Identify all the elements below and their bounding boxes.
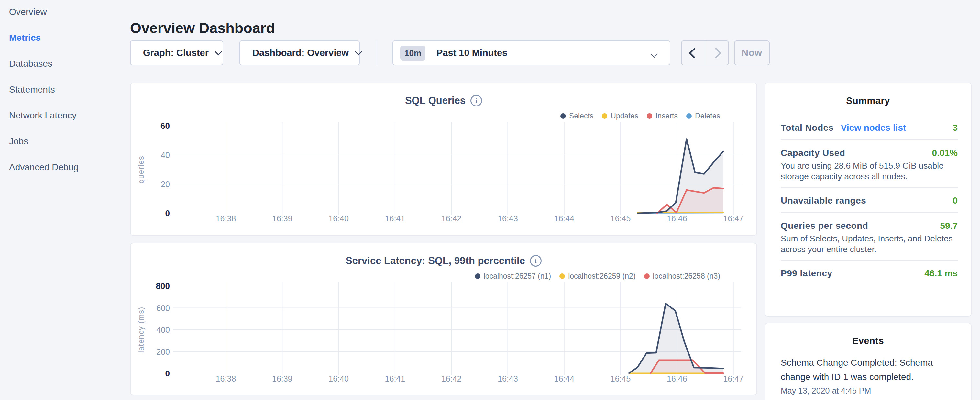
svg-text:16:41: 16:41 [385, 214, 406, 223]
svg-text:60: 60 [161, 121, 170, 131]
summary-row-label: Queries per second [781, 221, 868, 231]
svg-text:16:41: 16:41 [385, 374, 406, 383]
svg-text:16:45: 16:45 [611, 214, 631, 223]
svg-text:200: 200 [156, 347, 170, 356]
summary-row-label: Capacity Used [781, 148, 845, 158]
summary-row-value: 0.01% [932, 148, 958, 158]
event-text: Schema Change Completed: Schema change w… [781, 356, 957, 384]
sql-queries-chart-plot[interactable]: 020406016:3816:3916:4016:4116:4216:4316:… [131, 83, 756, 235]
view-nodes-list-link[interactable]: View nodes list [841, 123, 906, 133]
summary-row-total-nodes: Total NodesView nodes list3 [781, 121, 958, 134]
service-latency-chart-plot[interactable]: 020040060080016:3816:3916:4016:4116:4216… [131, 243, 756, 395]
summary-row-description: You are using 28.6 MiB of 515.9 GiB usab… [781, 161, 958, 182]
svg-text:16:38: 16:38 [216, 214, 236, 223]
svg-text:16:44: 16:44 [554, 374, 574, 383]
svg-text:40: 40 [161, 150, 170, 159]
svg-text:16:40: 16:40 [328, 374, 349, 383]
summary-row-value: 3 [953, 123, 958, 133]
svg-text:16:45: 16:45 [611, 374, 631, 383]
svg-text:20: 20 [161, 180, 170, 189]
time-range-label: Past 10 Minutes [436, 48, 507, 58]
summary-row-p99-latency: P99 latency46.1 ms [781, 267, 958, 280]
graph-scope-dropdown-label: Graph: Cluster [143, 48, 209, 58]
sql-queries-chart-card: SQL Queries i SelectsUpdatesInsertsDelet… [130, 83, 757, 236]
svg-text:16:42: 16:42 [441, 214, 462, 223]
summary-panel: Summary Total NodesView nodes list3Capac… [765, 83, 972, 317]
summary-row-queries-per-second: Queries per second59.7 [781, 220, 958, 233]
summary-divider [781, 260, 958, 261]
summary-divider [781, 139, 958, 140]
events-panel: Events Schema Change Completed: Schema c… [765, 323, 972, 400]
svg-text:0: 0 [165, 209, 170, 218]
sidebar-item-jobs[interactable]: Jobs [9, 136, 119, 147]
sidebar-item-advanced-debug[interactable]: Advanced Debug [9, 162, 119, 173]
time-window-badge: 10m [400, 46, 425, 61]
svg-text:16:43: 16:43 [498, 214, 518, 223]
service-latency-chart-card: Service Latency: SQL, 99th percentile i … [130, 243, 757, 395]
summary-divider [781, 212, 958, 213]
time-step-buttons [681, 40, 729, 65]
svg-text:16:39: 16:39 [272, 214, 293, 223]
chevron-down-icon [215, 48, 222, 55]
chevron-right-icon [711, 48, 721, 59]
chevron-down-icon [355, 48, 362, 55]
svg-text:latency (ms): latency (ms) [137, 307, 145, 353]
svg-text:16:47: 16:47 [723, 214, 743, 223]
svg-text:16:46: 16:46 [667, 374, 687, 383]
sidebar-item-overview[interactable]: Overview [9, 6, 119, 18]
svg-text:16:47: 16:47 [723, 374, 743, 383]
sidebar-nav: OverviewMetricsDatabasesStatementsNetwor… [9, 6, 119, 188]
chevron-left-icon [689, 48, 700, 59]
summary-row-capacity-used: Capacity Used0.01% [781, 147, 958, 159]
summary-row-value: 46.1 ms [924, 268, 958, 279]
time-range-dropdown[interactable]: 10m Past 10 Minutes [393, 40, 670, 65]
event-list-item[interactable]: Schema Change Completed: Schema change w… [765, 356, 971, 396]
svg-text:400: 400 [156, 325, 170, 334]
svg-text:16:42: 16:42 [441, 374, 462, 383]
chevron-down-icon [651, 51, 658, 58]
graph-scope-dropdown[interactable]: Graph: Cluster [130, 40, 223, 65]
sidebar-item-databases[interactable]: Databases [9, 58, 119, 69]
svg-text:0: 0 [165, 369, 170, 378]
summary-row-value: 59.7 [940, 221, 958, 231]
page-title: Overview Dashboard [130, 19, 275, 37]
event-timestamp: May 13, 2020 at 4:45 PM [781, 386, 957, 396]
events-list: Schema Change Completed: Schema change w… [765, 356, 971, 396]
summary-row-unavailable-ranges: Unavailable ranges0 [781, 194, 958, 207]
time-forward-button[interactable] [705, 41, 728, 65]
events-heading: Events [765, 335, 971, 346]
svg-text:16:46: 16:46 [667, 214, 687, 223]
svg-text:16:43: 16:43 [498, 374, 518, 383]
svg-text:600: 600 [156, 304, 170, 312]
dashboard-dropdown-label: Dashboard: Overview [252, 48, 349, 58]
now-button[interactable]: Now [734, 40, 770, 65]
summary-row-label: Unavailable ranges [781, 196, 866, 206]
svg-text:16:38: 16:38 [216, 374, 236, 383]
svg-text:queries: queries [137, 156, 145, 183]
svg-text:16:39: 16:39 [272, 374, 293, 383]
summary-divider [781, 187, 958, 188]
time-back-button[interactable] [682, 41, 705, 65]
summary-row-description: Sum of Selects, Updates, Inserts, and De… [781, 233, 958, 255]
sidebar-item-network-latency[interactable]: Network Latency [9, 110, 119, 121]
svg-text:16:44: 16:44 [554, 214, 574, 223]
summary-heading: Summary [765, 95, 971, 106]
summary-row-value: 0 [953, 196, 958, 206]
sidebar-item-metrics[interactable]: Metrics [9, 32, 119, 43]
svg-text:16:40: 16:40 [328, 214, 349, 223]
svg-text:800: 800 [156, 281, 170, 291]
dashboard-dropdown[interactable]: Dashboard: Overview [239, 40, 360, 65]
sidebar-item-statements[interactable]: Statements [9, 84, 119, 95]
summary-rows: Total NodesView nodes list3Capacity Used… [765, 121, 971, 280]
summary-row-label: Total Nodes [781, 123, 834, 133]
controls-divider [377, 40, 377, 65]
summary-row-label: P99 latency [781, 268, 832, 279]
